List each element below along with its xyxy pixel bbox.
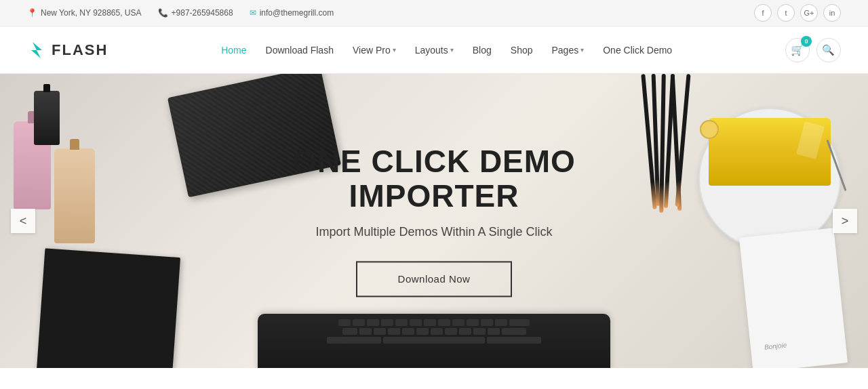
logo-text: FLASH [52, 41, 108, 59]
cart-badge: 0 [801, 36, 812, 47]
hero-section: Bonjoie ONE CLICK DEMO IMPORTER Import M… [0, 74, 868, 368]
phone-text: +987-265945868 [172, 8, 233, 18]
hero-title: ONE CLICK DEMO IMPORTER [217, 144, 651, 213]
hero-content: ONE CLICK DEMO IMPORTER Import Multiple … [217, 144, 651, 297]
nav-layouts[interactable]: Layouts ▾ [415, 45, 454, 56]
linkedin-icon[interactable]: in [823, 4, 841, 22]
header: FLASH Home Download Flash View Pro ▾ Lay… [0, 26, 868, 74]
nav-view-pro[interactable]: View Pro ▾ [353, 45, 396, 56]
facebook-icon[interactable]: f [754, 4, 772, 22]
slider-prev-button[interactable]: < [11, 209, 35, 233]
nav-shop[interactable]: Shop [511, 45, 533, 56]
cart-button[interactable]: 🛒 0 [785, 38, 810, 62]
svg-marker-0 [31, 42, 42, 58]
email-text: info@themegrill.com [260, 8, 334, 18]
twitter-icon[interactable]: t [777, 4, 795, 22]
top-bar: 📍 New York, NY 928865, USA 📞 +987-265945… [0, 0, 868, 26]
search-icon: 🔍 [822, 44, 835, 56]
email-item: ✉ info@themegrill.com [250, 8, 334, 18]
email-icon: ✉ [250, 8, 256, 18]
logo[interactable]: FLASH [27, 41, 108, 60]
location-icon: 📍 [27, 8, 37, 18]
nav-home[interactable]: Home [221, 45, 246, 56]
main-nav: Home Download Flash View Pro ▾ Layouts ▾… [221, 45, 672, 56]
top-bar-left: 📍 New York, NY 928865, USA 📞 +987-265945… [27, 8, 334, 18]
view-pro-chevron: ▾ [393, 46, 396, 54]
googleplus-icon[interactable]: G+ [800, 4, 818, 22]
header-actions: 🛒 0 🔍 [785, 38, 841, 62]
nav-pages[interactable]: Pages ▾ [552, 45, 585, 56]
address-text: New York, NY 928865, USA [41, 8, 142, 18]
logo-icon [27, 41, 46, 60]
nav-download-flash[interactable]: Download Flash [266, 45, 334, 56]
address-item: 📍 New York, NY 928865, USA [27, 8, 142, 18]
prev-arrow-icon: < [20, 214, 27, 228]
nav-one-click-demo[interactable]: One Click Demo [603, 45, 672, 56]
layouts-chevron: ▾ [450, 46, 454, 54]
phone-item: 📞 +987-265945868 [158, 8, 233, 18]
hero-cta-button[interactable]: Download Now [356, 262, 513, 298]
phone-icon: 📞 [158, 8, 168, 18]
nav-blog[interactable]: Blog [473, 45, 492, 56]
pages-chevron: ▾ [580, 46, 584, 54]
next-arrow-icon: > [842, 214, 849, 228]
social-links: f t G+ in [754, 4, 841, 22]
search-button[interactable]: 🔍 [816, 38, 841, 62]
hero-subtitle: Import Multiple Demos Within A Single Cl… [217, 226, 651, 240]
slider-next-button[interactable]: > [833, 209, 857, 233]
